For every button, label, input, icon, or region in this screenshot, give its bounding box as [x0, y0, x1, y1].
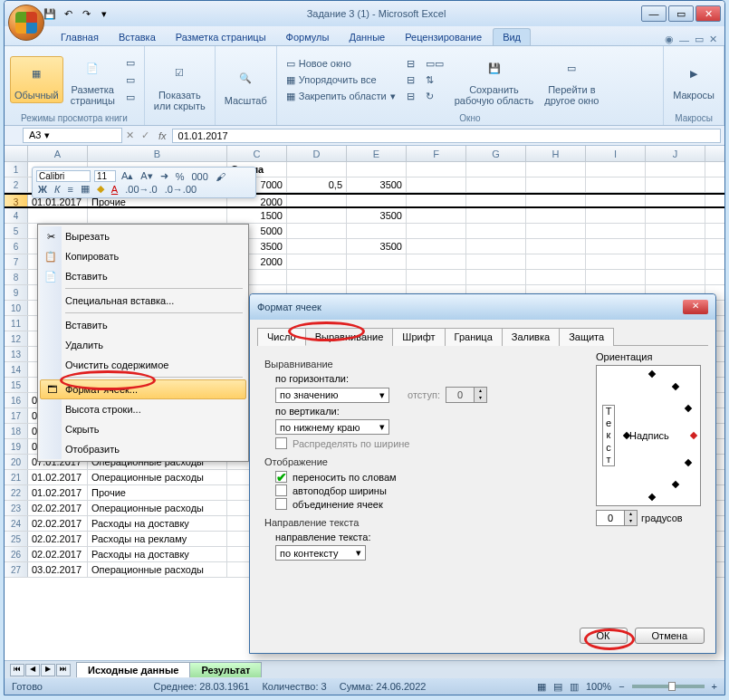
help-icon[interactable]: ◉ — [665, 34, 674, 45]
mini-font-size[interactable]: 11 — [94, 170, 116, 182]
tab-data[interactable]: Данные — [340, 29, 394, 45]
mdi-restore-icon[interactable]: ▭ — [695, 34, 704, 45]
zoom-out-button[interactable]: − — [619, 681, 624, 692]
split-icon[interactable]: ⊟ — [403, 56, 418, 72]
compare-icon[interactable]: ▭▭ — [422, 56, 447, 72]
cell[interactable]: Операционные расходы — [88, 470, 227, 484]
decrease-decimal-icon[interactable]: .00→.0 — [123, 184, 158, 195]
cell[interactable]: 3500 — [347, 208, 407, 223]
mdi-minimize-icon[interactable]: — — [679, 34, 689, 45]
indent-spinner[interactable]: ▴▾ — [446, 387, 487, 403]
cell[interactable] — [28, 208, 88, 223]
comma-icon[interactable]: 000 — [189, 171, 209, 182]
cell[interactable] — [646, 270, 705, 284]
orientation-canvas[interactable]: Текст Надпись — [596, 365, 701, 506]
cell[interactable]: 01.02.2017 — [28, 470, 88, 484]
unhide-icon[interactable]: ⊟ — [403, 89, 418, 104]
dlg-tab-alignment[interactable]: Выравнивание — [305, 328, 394, 346]
cell[interactable] — [526, 224, 586, 238]
row-header[interactable]: 23 — [5, 501, 28, 515]
hide-icon[interactable]: ⊟ — [403, 72, 418, 88]
row-header[interactable]: 9 — [5, 285, 28, 300]
col-header-b[interactable]: B — [88, 146, 227, 161]
close-button[interactable]: ✕ — [695, 5, 721, 22]
dlg-tab-protection[interactable]: Защита — [559, 328, 614, 346]
row-header[interactable]: 14 — [5, 362, 28, 377]
cell[interactable] — [88, 208, 227, 223]
col-header-c[interactable]: C — [227, 146, 287, 161]
spinner-down-icon[interactable]: ▾ — [474, 395, 486, 402]
cell[interactable] — [287, 224, 347, 238]
arrange-button[interactable]: ▦Упорядочить все — [283, 72, 399, 88]
tab-page-layout[interactable]: Разметка страницы — [167, 29, 275, 45]
row-header[interactable]: 19 — [5, 439, 28, 454]
accounting-format-icon[interactable]: ➜ — [158, 170, 170, 182]
orientation-vertical-text[interactable]: Текст — [602, 405, 615, 466]
cell[interactable] — [466, 224, 526, 238]
row-header[interactable]: 25 — [5, 532, 28, 546]
sheet-tab-result[interactable]: Результат — [189, 662, 262, 677]
spinner-down-icon[interactable]: ▾ — [624, 518, 637, 525]
col-header-i[interactable]: I — [586, 146, 646, 161]
row-header[interactable]: 3 — [5, 195, 28, 206]
wrap-checkbox[interactable]: ✔ — [275, 471, 287, 483]
view-normal-icon[interactable]: ▦ — [537, 681, 546, 693]
cell[interactable] — [526, 270, 586, 284]
cell[interactable] — [466, 195, 526, 206]
font-color-icon[interactable]: A — [110, 184, 120, 195]
view-break-icon[interactable]: ▥ — [570, 681, 579, 693]
menu-delete[interactable]: Удалить — [40, 335, 246, 355]
full-screen-icon[interactable]: ▭ — [122, 90, 139, 105]
cell[interactable]: Расходы на рекламу — [88, 532, 227, 546]
cell[interactable] — [646, 254, 705, 269]
cell[interactable]: 1500 — [227, 208, 287, 223]
menu-paste-special[interactable]: Специальная вставка... — [40, 291, 246, 311]
freeze-button[interactable]: ▦Закрепить области ▾ — [283, 89, 399, 104]
zoom-level[interactable]: 100% — [586, 681, 611, 692]
cell[interactable]: 02.02.2017 — [28, 516, 88, 531]
indent-input[interactable] — [446, 388, 474, 402]
cell[interactable]: Прочие — [88, 485, 227, 500]
cell[interactable] — [526, 208, 586, 223]
ok-button[interactable]: ОК — [580, 628, 628, 644]
menu-paste[interactable]: 📄Вставить — [40, 266, 246, 286]
fx-cancel-icon[interactable]: ✕ — [122, 129, 138, 141]
cell[interactable] — [586, 177, 646, 192]
cell[interactable] — [287, 270, 347, 284]
fill-color-icon[interactable]: ◆ — [95, 183, 106, 195]
cell[interactable] — [646, 177, 705, 192]
cell[interactable] — [586, 254, 646, 269]
row-header[interactable]: 1 — [5, 162, 28, 177]
row-header[interactable]: 26 — [5, 547, 28, 561]
cell[interactable]: 0,5 — [287, 177, 347, 192]
office-button[interactable] — [8, 5, 44, 41]
cell[interactable] — [586, 208, 646, 223]
zoom-thumb[interactable] — [668, 682, 676, 691]
cell[interactable]: 3500 — [347, 239, 407, 254]
cell[interactable]: 02.02.2017 — [28, 547, 88, 561]
cell[interactable] — [407, 239, 466, 254]
new-window-button[interactable]: ▭Новое окно — [283, 56, 399, 72]
redo-icon[interactable]: ↷ — [79, 6, 93, 21]
save-icon[interactable]: 💾 — [43, 6, 57, 21]
dlg-tab-number[interactable]: Число — [257, 328, 306, 346]
cell[interactable]: 03.02.2017 — [28, 562, 88, 577]
row-header[interactable]: 17 — [5, 408, 28, 423]
cell[interactable] — [347, 224, 407, 238]
sheet-nav-prev[interactable]: ◀ — [25, 664, 40, 676]
merge-checkbox[interactable] — [275, 498, 287, 510]
mini-font-name[interactable]: Calibri — [36, 170, 91, 182]
reset-pos-icon[interactable]: ↻ — [422, 89, 447, 104]
tab-review[interactable]: Рецензирование — [396, 29, 491, 45]
cell[interactable] — [646, 239, 705, 254]
direction-select[interactable]: по контексту▾ — [275, 545, 366, 561]
row-header[interactable]: 5 — [5, 224, 28, 238]
cell[interactable] — [287, 208, 347, 223]
dlg-tab-border[interactable]: Граница — [445, 328, 503, 346]
italic-icon[interactable]: К — [53, 184, 62, 195]
cell[interactable] — [466, 270, 526, 284]
sheet-nav-next[interactable]: ▶ — [41, 664, 55, 676]
col-header-g[interactable]: G — [466, 146, 526, 161]
view-layout-icon[interactable]: ▤ — [553, 681, 562, 693]
cell[interactable]: 01.02.2017 — [28, 485, 88, 500]
